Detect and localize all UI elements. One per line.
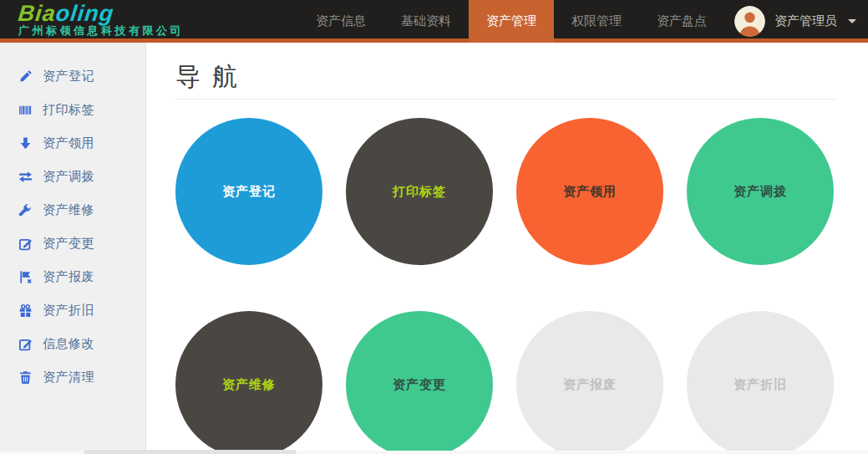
- sidebar-item-label: 资产调拨: [43, 169, 94, 185]
- sidebar-item-label: 打印标签: [43, 102, 94, 118]
- pencil-icon: [18, 69, 33, 84]
- main-content: 导 航 资产登记 打印标签 资产领用 资产调拨 资产维修 资产变更 资产报废 资…: [147, 43, 868, 454]
- sidebar-item-label: 资产清理: [43, 370, 94, 385]
- sidebar-item-asset-register[interactable]: 资产登记: [0, 59, 145, 93]
- nav-circle-print-label[interactable]: 打印标签: [346, 118, 493, 265]
- sidebar-item-asset-transfer[interactable]: 资产调拨: [0, 160, 145, 193]
- flag-x-icon: [18, 270, 33, 284]
- sidebar-item-label: 信息修改: [43, 336, 94, 352]
- top-nav: 资产信息 基础资料 资产管理 权限管理 资产盘点: [298, 0, 724, 43]
- sidebar-item-print-label[interactable]: 打印标签: [0, 93, 145, 126]
- nav-circle-asset-register[interactable]: 资产登记: [175, 118, 322, 265]
- nav-circle-asset-scrap[interactable]: 资产报废: [516, 311, 663, 454]
- edit-square-icon: [18, 237, 33, 251]
- logo-part-cyan: oling: [54, 1, 115, 26]
- page-title: 导 航: [175, 60, 868, 94]
- gift-icon: [18, 304, 33, 318]
- barcode-icon: [18, 103, 33, 117]
- person-icon: [734, 6, 765, 37]
- nav-circle-asset-depreciation[interactable]: 资产折旧: [687, 311, 834, 454]
- sidebar-item-asset-repair[interactable]: 资产维修: [0, 193, 145, 227]
- top-nav-item-asset-info[interactable]: 资产信息: [298, 0, 383, 43]
- horizontal-scrollbar-thumb[interactable]: [84, 450, 297, 454]
- logo: Biaoling 广州标领信息科技有限公司: [0, 0, 184, 43]
- sidebar-item-label: 资产维修: [43, 202, 94, 218]
- top-nav-item-base-data[interactable]: 基础资料: [383, 0, 469, 43]
- sidebar-item-label: 资产登记: [43, 69, 94, 84]
- wrench-icon: [18, 203, 33, 217]
- logo-part-green: Bia: [17, 1, 57, 26]
- app-header: Biaoling 广州标领信息科技有限公司 资产信息 基础资料 资产管理 权限管…: [0, 0, 868, 43]
- trash-icon: [18, 370, 33, 385]
- sidebar: 资产登记 打印标签 资产领用 资产调拨 资产维修 资产变更 资产: [0, 43, 146, 454]
- transfer-arrows-icon: [18, 170, 33, 184]
- arrow-down-icon: [18, 136, 33, 150]
- sidebar-item-asset-scrap[interactable]: 资产报废: [0, 260, 145, 293]
- nav-circle-asset-repair[interactable]: 资产维修: [175, 311, 322, 454]
- sidebar-item-asset-issue[interactable]: 资产领用: [0, 126, 145, 160]
- user-avatar[interactable]: [734, 6, 765, 37]
- chevron-down-icon: [848, 19, 856, 23]
- sidebar-item-asset-depreciation[interactable]: 资产折旧: [0, 293, 145, 327]
- sidebar-item-label: 资产变更: [43, 236, 94, 252]
- sidebar-item-asset-change[interactable]: 资产变更: [0, 227, 145, 260]
- top-nav-item-asset-management[interactable]: 资产管理: [469, 0, 554, 43]
- nav-circle-grid: 资产登记 打印标签 资产领用 资产调拨 资产维修 资产变更 资产报废 资产折旧: [175, 118, 868, 454]
- nav-circle-asset-issue[interactable]: 资产领用: [516, 118, 663, 265]
- user-name: 资产管理员: [774, 13, 837, 29]
- top-nav-item-permission[interactable]: 权限管理: [554, 0, 639, 43]
- top-nav-item-asset-inventory[interactable]: 资产盘点: [639, 0, 724, 43]
- nav-circle-asset-transfer[interactable]: 资产调拨: [687, 118, 834, 265]
- edit-square-icon: [18, 337, 33, 351]
- nav-circle-asset-change[interactable]: 资产变更: [346, 311, 493, 454]
- sidebar-item-label: 资产领用: [43, 135, 94, 151]
- sidebar-item-asset-cleanup[interactable]: 资产清理: [0, 360, 145, 394]
- user-menu[interactable]: 资产管理员: [724, 0, 868, 43]
- sidebar-item-label: 资产折旧: [43, 303, 94, 319]
- sidebar-item-label: 资产报废: [43, 269, 94, 285]
- sidebar-item-info-modify[interactable]: 信息修改: [0, 327, 145, 360]
- logo-text: Biaoling: [18, 3, 185, 24]
- title-divider: [175, 99, 837, 99]
